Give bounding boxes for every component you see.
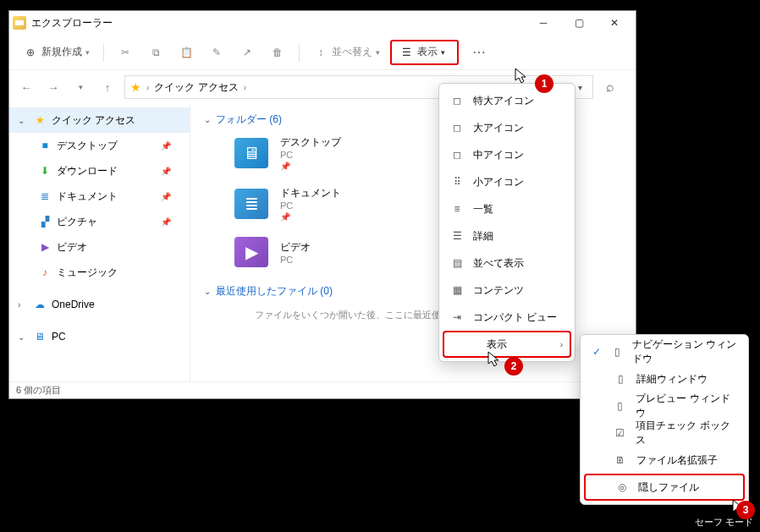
- menu-details-pane[interactable]: ▯ 詳細ウィンドウ: [584, 365, 745, 392]
- chevron-down-icon: ▾: [376, 48, 380, 57]
- star-icon: ★: [33, 113, 47, 127]
- pane-icon: ▯: [613, 400, 628, 412]
- folder-meta: ビデオ PC: [280, 240, 311, 265]
- view-dropdown: ◻特大アイコン ◻大アイコン ◻中アイコン ⠿小アイコン ≡一覧 ☰詳細 ▤並べ…: [438, 83, 576, 362]
- clipboard-icon: 📋: [179, 45, 194, 60]
- chevron-down-icon[interactable]: ⌄: [18, 332, 28, 342]
- menu-item-checkboxes[interactable]: ☑ 項目チェック ボックス: [584, 420, 745, 447]
- compact-icon: ⇥: [449, 311, 465, 323]
- menu-hidden-files[interactable]: ◎ 隠しファイル: [584, 474, 745, 501]
- menu-compact-view[interactable]: ⇥コンパクト ビュー: [443, 304, 571, 331]
- menu-small-icons[interactable]: ⠿小アイコン: [443, 168, 571, 195]
- menu-label: 表示: [487, 337, 507, 352]
- folder-sub: PC: [280, 255, 311, 265]
- sidebar: ⌄ ★ クイック アクセス ■ デスクトップ 📌 ⬇ ダウンロード 📌 ≣ ドキ…: [9, 104, 190, 381]
- chevron-down-icon[interactable]: ⌄: [18, 116, 28, 125]
- video-icon: ▶: [38, 240, 52, 254]
- annotation-badge-1: 1: [535, 74, 553, 93]
- plus-icon: ⊕: [23, 45, 38, 60]
- sidebar-item-label: ドキュメント: [57, 189, 118, 204]
- breadcrumb-root[interactable]: クイック アクセス: [154, 80, 238, 95]
- cursor-icon: [515, 68, 530, 86]
- sidebar-item-documents[interactable]: ≣ ドキュメント 📌: [9, 184, 190, 209]
- icon-xl-icon: ◻: [449, 95, 465, 107]
- chevron-right-icon: ›: [560, 340, 563, 349]
- menu-file-extensions[interactable]: 🗎 ファイル名拡張子: [584, 447, 745, 474]
- menu-show-submenu[interactable]: 表示 ›: [443, 331, 571, 358]
- forward-button[interactable]: →: [43, 77, 63, 97]
- folder-meta: ドキュメント PC 📌: [280, 186, 341, 222]
- sidebar-item-desktop[interactable]: ■ デスクトップ 📌: [9, 133, 190, 158]
- sidebar-item-downloads[interactable]: ⬇ ダウンロード 📌: [9, 158, 190, 184]
- folder-name: ビデオ: [280, 240, 311, 255]
- icon-sm-icon: ⠿: [449, 176, 465, 188]
- up-button[interactable]: ↑: [97, 77, 118, 97]
- sidebar-quick-access[interactable]: ⌄ ★ クイック アクセス: [9, 107, 190, 133]
- menu-list[interactable]: ≡一覧: [443, 195, 571, 222]
- minimize-button[interactable]: ─: [526, 12, 561, 34]
- menu-preview-pane[interactable]: ▯ プレビュー ウィンドウ: [584, 392, 745, 420]
- sidebar-item-pictures[interactable]: ▞ ピクチャ 📌: [9, 209, 190, 234]
- menu-tiles[interactable]: ▤並べて表示: [443, 250, 571, 277]
- folder-sub: PC: [280, 200, 341, 211]
- delete-button[interactable]: 🗑: [265, 40, 290, 65]
- details-icon: ☰: [449, 230, 465, 242]
- sidebar-item-label: PC: [52, 331, 66, 343]
- pin-icon: 📌: [280, 212, 341, 222]
- show-submenu: ✓ ▯ ナビゲーション ウィンドウ ▯ 詳細ウィンドウ ▯ プレビュー ウィンド…: [580, 334, 749, 505]
- sidebar-item-label: ビデオ: [57, 240, 87, 255]
- menu-label: コンテンツ: [473, 283, 524, 298]
- copy-button[interactable]: ⧉: [143, 40, 168, 65]
- annotation-badge-2: 2: [504, 357, 523, 376]
- sidebar-pc[interactable]: ⌄ 🖥 PC: [9, 324, 190, 349]
- paste-button[interactable]: 📋: [173, 40, 199, 65]
- folder-meta: デスクトップ PC 📌: [280, 135, 341, 171]
- sidebar-item-label: デスクトップ: [57, 139, 118, 153]
- new-button[interactable]: ⊕ 新規作成 ▾: [18, 40, 95, 65]
- chevron-right-icon[interactable]: ›: [18, 300, 28, 310]
- toolbar: ⊕ 新規作成 ▾ ✂ ⧉ 📋 ✎ ↗ 🗑 ↕ 並べ替え ▾ ☰ 表示 ▾ ⋯: [9, 35, 636, 70]
- tiles-icon: ▤: [449, 257, 465, 269]
- icon-lg-icon: ◻: [449, 122, 465, 134]
- rename-button[interactable]: ✎: [204, 40, 229, 65]
- chevron-down-icon: ⌄: [204, 287, 211, 296]
- eye-icon: ◎: [614, 481, 630, 493]
- titlebar[interactable]: エクスプローラー ─ ▢ ✕: [9, 11, 636, 35]
- close-button[interactable]: ✕: [597, 12, 632, 34]
- cut-button[interactable]: ✂: [113, 40, 138, 65]
- sidebar-item-videos[interactable]: ▶ ビデオ: [9, 234, 190, 260]
- menu-large-icons[interactable]: ◻大アイコン: [443, 114, 571, 141]
- menu-navigation-pane[interactable]: ✓ ▯ ナビゲーション ウィンドウ: [584, 338, 745, 365]
- pane-icon: ▯: [611, 346, 624, 358]
- more-button[interactable]: ⋯: [464, 40, 494, 65]
- menu-extra-large-icons[interactable]: ◻特大アイコン: [443, 87, 571, 114]
- annotation-badge-3: 3: [736, 501, 755, 519]
- breadcrumb-sep: ›: [146, 83, 149, 92]
- chevron-down-icon[interactable]: ▾: [578, 83, 582, 92]
- file-icon: 🗎: [613, 454, 628, 466]
- back-button[interactable]: ←: [16, 77, 36, 97]
- checkbox-icon: ☑: [613, 427, 628, 439]
- menu-medium-icons[interactable]: ◻中アイコン: [443, 141, 571, 168]
- check-icon: ✓: [591, 346, 603, 358]
- menu-label: 詳細: [473, 229, 493, 244]
- menu-label: 並べて表示: [473, 256, 524, 271]
- picture-icon: ▞: [38, 215, 52, 228]
- menu-label: 小アイコン: [473, 175, 524, 189]
- menu-content[interactable]: ▦コンテンツ: [443, 277, 571, 304]
- search-button[interactable]: ⌕: [600, 77, 620, 97]
- menu-label: 特大アイコン: [473, 94, 534, 108]
- maximize-button[interactable]: ▢: [561, 12, 597, 34]
- menu-label: プレビュー ウィンドウ: [636, 392, 738, 420]
- window-buttons: ─ ▢ ✕: [526, 12, 632, 34]
- chevron-down-icon[interactable]: ▾: [70, 77, 91, 97]
- desktop-icon: ■: [38, 139, 52, 152]
- share-button[interactable]: ↗: [234, 40, 260, 65]
- sidebar-item-music[interactable]: ♪ ミュージック: [9, 260, 190, 285]
- menu-details[interactable]: ☰詳細: [443, 222, 571, 250]
- sort-button[interactable]: ↕ 並べ替え ▾: [308, 40, 385, 65]
- view-button[interactable]: ☰ 表示 ▾: [390, 40, 459, 65]
- sidebar-onedrive[interactable]: › ☁ OneDrive: [9, 292, 190, 317]
- menu-label: 一覧: [473, 202, 493, 217]
- cloud-icon: ☁: [33, 298, 47, 311]
